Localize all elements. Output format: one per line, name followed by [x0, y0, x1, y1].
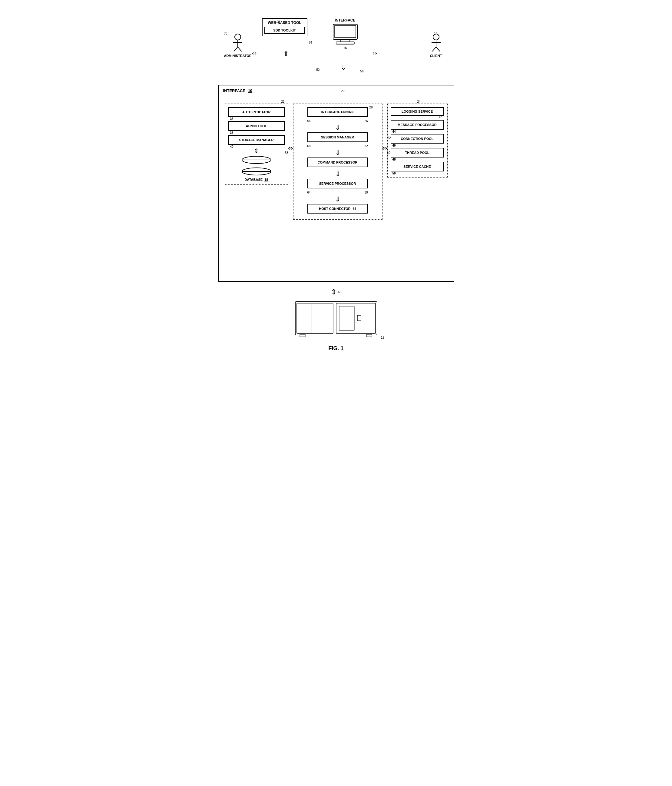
ie-sm-arrow: ⇓	[335, 124, 341, 132]
sp-ref-64: 64	[308, 191, 311, 194]
arrow-56-label: 56	[360, 70, 364, 73]
service-cache-box: SERVICE CACHE 50	[391, 162, 444, 171]
interface-down-arrow: ⇓	[341, 64, 346, 71]
web-tool-box: WEB-BASED TOOL SDD TOOLKIT	[262, 18, 308, 36]
authenticator-box: AUTHENTICATOR 38	[228, 107, 285, 117]
database-label: DATABASE 18	[228, 178, 285, 181]
admin-label: ADMINISTRATOR	[224, 54, 251, 58]
tp-ref: 48	[393, 158, 396, 161]
svg-rect-5	[333, 24, 357, 39]
sm-refs: 68 32	[308, 145, 368, 148]
server-rack-icon	[294, 299, 378, 338]
sm-ref-68: 68	[308, 145, 311, 148]
message-processor-label: MESSAGE PROCESSOR	[398, 123, 436, 127]
middle-panel: 28 INTERFACE ENGINE 54 26 ⇓ SESSION MANA…	[293, 104, 383, 220]
connection-pool-box: CONNECTION POOL 46	[391, 134, 444, 143]
sdd-toolkit-box: SDD TOOLKIT	[264, 27, 305, 34]
admin-person-icon	[230, 33, 245, 52]
auth-ref: 38	[230, 117, 234, 121]
web-tool-title: WEB-BASED TOOL	[264, 20, 305, 25]
interface-client-arrow: ⇔	[372, 50, 377, 57]
page-container: 70 ADMINISTRATOR ⇔ 72 WEB-BASED TOOL SDD…	[206, 6, 466, 361]
client-label: CLIENT	[424, 54, 448, 58]
arrow-66-label: 66	[338, 291, 341, 294]
service-processor-label: SERVICE PROCESSOR	[319, 182, 356, 185]
logging-service-outer: LOGGING SERVICE 42	[391, 107, 444, 116]
svg-rect-24	[357, 315, 361, 321]
client-figure: CLIENT	[424, 33, 448, 58]
ls-ref: 42	[438, 115, 442, 119]
sdd-ref: 74	[309, 39, 312, 45]
database-container: DATABASE 18	[228, 156, 285, 181]
server-ref: 12	[381, 336, 384, 339]
sdd-toolkit-label: SDD TOOLKIT	[273, 28, 295, 32]
admin-webtool-arrow: ⇔	[252, 50, 256, 57]
ie-refs: 54 26	[308, 119, 368, 123]
right-panel-ref: 24	[417, 100, 421, 103]
svg-rect-7	[341, 39, 350, 42]
cp-sp-arrow: ⇓	[335, 170, 341, 178]
arrow-66-down: ⇕	[331, 288, 337, 296]
arrow-58-label: 58	[285, 151, 288, 154]
sc-ref: 50	[393, 172, 396, 175]
bottom-arrow-container: ⇕ 66	[331, 288, 341, 296]
top-section: 70 ADMINISTRATOR ⇔ 72 WEB-BASED TOOL SDD…	[218, 15, 454, 82]
session-manager-label: SESSION MANAGER	[321, 135, 354, 139]
storage-db-arrow: ⇕	[228, 147, 285, 154]
db-ref: 18	[264, 178, 268, 181]
svg-rect-22	[336, 303, 375, 333]
host-connector-box: HOST CONNECTOR 34	[308, 204, 368, 214]
right-panel: 24 LOGGING SERVICE 42 MESSAGE PROCESSOR …	[387, 104, 447, 178]
svg-line-14	[432, 47, 436, 52]
conn-ref: 46	[393, 144, 396, 147]
administrator-figure: ADMINISTRATOR	[224, 33, 251, 58]
message-processor-box: MESSAGE PROCESSOR 44	[391, 120, 444, 130]
storage-ref: 40	[230, 145, 234, 148]
sm-ref-32: 32	[364, 145, 367, 148]
sm-cp-arrow: ⇓	[335, 149, 341, 157]
admin-tool-ref: 36	[230, 131, 234, 135]
arrow-58: ⇔	[288, 145, 293, 152]
storage-manager-label: STORAGE MANAGER	[239, 138, 273, 142]
client-person-icon	[429, 33, 444, 52]
arrow-60: ⇔	[382, 145, 387, 152]
svg-rect-6	[334, 25, 356, 38]
command-processor-box: COMMAND PROCESSOR	[308, 157, 368, 167]
ie-ref-26: 26	[364, 119, 367, 123]
command-processor-label: COMMAND PROCESSOR	[317, 160, 357, 164]
mp-ref: 44	[393, 130, 396, 133]
ie-ref-54: 54	[308, 119, 311, 123]
inner-layout: 22 AUTHENTICATOR 38 ADMIN TOOL 36 STORAG…	[225, 104, 447, 220]
service-processor-box: SERVICE PROCESSOR	[308, 179, 368, 189]
admin-tool-label: ADMIN TOOL	[246, 124, 267, 128]
storage-manager-box: STORAGE MANAGER 40	[228, 135, 285, 145]
main-interface-label: INTERFACE 10	[223, 88, 253, 93]
monitor-icon	[331, 24, 359, 45]
svg-point-11	[433, 34, 439, 40]
svg-line-15	[436, 47, 440, 52]
logging-service-label: LOGGING SERVICE	[393, 110, 441, 113]
left-panel-ref: 22	[281, 100, 284, 103]
sp-refs: 64 30	[308, 191, 368, 194]
thread-pool-box: THREAD POOL 48	[391, 148, 444, 157]
session-manager-box: SESSION MANAGER	[308, 132, 368, 142]
svg-rect-17	[242, 160, 271, 171]
svg-point-0	[235, 34, 241, 40]
interface-engine-box: INTERFACE ENGINE	[308, 107, 368, 117]
webtool-down-arrow: ⇕	[283, 50, 289, 58]
svg-rect-20	[297, 303, 333, 333]
main-diagram: INTERFACE 10 20 22 AUTHENTICATOR 38 ADMI…	[218, 85, 454, 282]
svg-line-4	[238, 47, 242, 52]
svg-rect-23	[339, 306, 354, 330]
bottom-section: ⇕ 66 12	[218, 288, 454, 339]
interface-engine-label: INTERFACE ENGINE	[321, 110, 354, 114]
connection-pool-label: CONNECTION POOL	[400, 137, 433, 140]
service-cache-label: SERVICE CACHE	[404, 165, 431, 168]
interface-top-label: INTERFACE	[327, 18, 363, 22]
admin-tool-box: ADMIN TOOL 36	[228, 121, 285, 131]
hc-ref: 34	[353, 207, 356, 211]
left-panel: 22 AUTHENTICATOR 38 ADMIN TOOL 36 STORAG…	[225, 104, 288, 185]
svg-line-3	[234, 47, 238, 52]
sp-ref-30: 30	[364, 191, 367, 194]
interface-ref: 16	[327, 46, 363, 50]
